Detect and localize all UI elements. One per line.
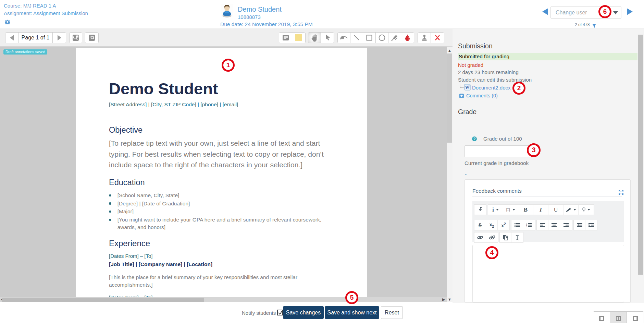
svg-text:3: 3 [526,226,527,228]
svg-text:W: W [465,85,469,90]
